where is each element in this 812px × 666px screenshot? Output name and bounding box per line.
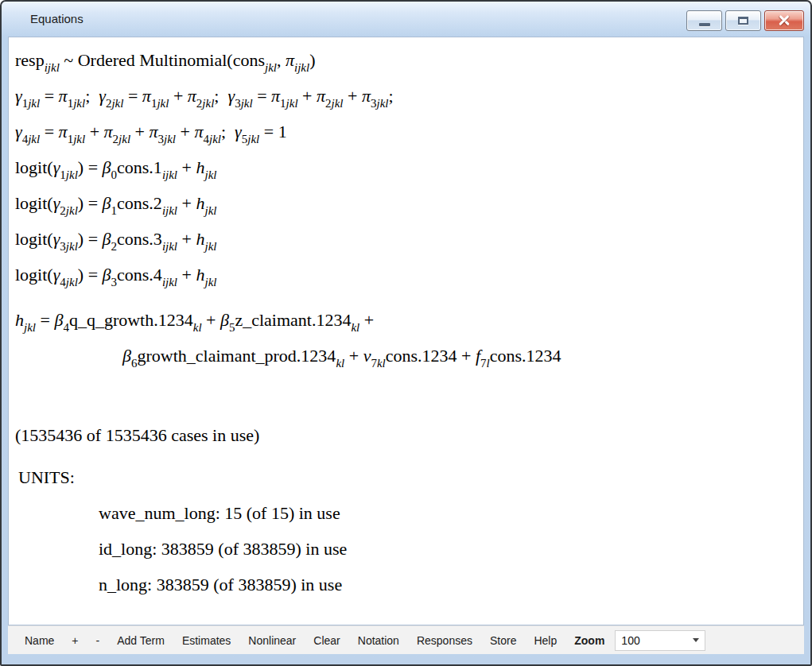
equation-token: γ [15, 122, 22, 141]
equation-token: ) [309, 50, 315, 70]
equation-token: UNITS: [18, 467, 75, 487]
equation-token: π [194, 122, 203, 141]
toolbar-button-store[interactable]: Store [481, 634, 525, 647]
equation-token: + [344, 86, 362, 106]
equation-token: 2 [60, 204, 66, 217]
equation-token: π [362, 86, 371, 106]
equation-token: jkl [28, 97, 40, 110]
equation-token: 7 [371, 357, 377, 370]
equation-token: = [36, 310, 54, 330]
window-title: Equations [30, 12, 84, 25]
equation-token: ijkl [162, 240, 177, 253]
equation-token: 1 [68, 97, 74, 110]
equation-token: cons.1 [117, 157, 162, 177]
equation-token: 1 [280, 97, 286, 110]
equation-token: = [253, 86, 271, 106]
equation-token: jkl [164, 133, 176, 145]
close-button[interactable] [764, 10, 804, 31]
equation-token: ijkl [294, 61, 309, 74]
equation-token: wave_num_long: 15 (of 15) in use [99, 503, 340, 523]
equation-token: = [123, 86, 142, 106]
toolbar-button-estimates[interactable]: Estimates [173, 634, 239, 647]
toolbar-button-nonlinear[interactable]: Nonlinear [239, 634, 305, 647]
gamma-cumulative-line-1: γ1jkl = π1jkl; γ2jkl = π1jkl + π2jkl; γ3… [15, 78, 803, 114]
equation-token: π [188, 86, 196, 106]
h-equation-continuation: β6growth_claimant_prod.1234kl + v7klcons… [15, 338, 803, 374]
toolbar-button-minus[interactable]: - [87, 634, 109, 647]
equation-token: jkl [265, 61, 277, 74]
equation-token: z_claimant.1234 [235, 310, 351, 330]
h-equation-line: hjkl = β4q_q_growth.1234kl + β5z_claiman… [15, 302, 803, 338]
equation-token: = 1 [259, 122, 286, 141]
logit-line-4: logit(γ4jkl) = β3cons.4ijkl + hjkl [15, 257, 803, 292]
equation-token: h [196, 157, 204, 177]
equation-token: cons.4 [117, 265, 162, 285]
equation-token: kl [377, 357, 386, 370]
minimize-button[interactable] [686, 10, 722, 31]
unit-id-long: id_long: 383859 (of 383859) in use [15, 531, 803, 567]
logit-line-2: logit(γ2jkl) = β1cons.2ijkl + hjkl [15, 185, 803, 221]
toolbar-button-responses[interactable]: Responses [408, 634, 481, 647]
equation-token: + [130, 122, 149, 141]
equation-token: π [104, 122, 113, 141]
equation-token: cons.2 [117, 193, 162, 213]
equation-token: h [15, 310, 24, 330]
equation-token: + [177, 229, 196, 249]
units-heading: UNITS: [15, 459, 803, 495]
equation-token: 3 [111, 276, 118, 288]
equation-token: jkl [66, 240, 78, 253]
equation-token: 4 [63, 321, 69, 334]
equation-token: logit( [15, 229, 53, 249]
equation-token: + [359, 310, 374, 330]
equation-token: cons.3 [117, 229, 162, 249]
equation-token: q_q_growth.1234 [69, 310, 193, 330]
equation-token: + [344, 346, 363, 366]
equation-token: jkl [73, 97, 85, 110]
equation-token: kl [193, 321, 202, 334]
equation-token: ijkl [162, 276, 177, 288]
equation-token: π [286, 50, 294, 70]
equation-token: π [59, 122, 68, 141]
logit-line-1: logit(γ1jkl) = β0cons.1ijkl + hjkl [15, 149, 803, 185]
equation-token: + [169, 86, 187, 106]
equation-token: (1535436 of 1535436 cases in use) [15, 425, 259, 445]
equation-token: + [177, 157, 196, 177]
equation-token: jkl [332, 97, 344, 110]
toolbar-button-plus[interactable]: + [63, 634, 87, 647]
maximize-icon [738, 17, 748, 25]
equation-token: β [103, 265, 111, 285]
equation-token: 1 [60, 168, 66, 181]
equation-token: jkl [111, 97, 123, 110]
zoom-level-select[interactable]: 100 [615, 630, 705, 651]
toolbar-button-add-term[interactable]: Add Term [108, 634, 173, 647]
equation-token: 3 [60, 240, 66, 253]
equation-token: ) = [78, 193, 103, 213]
equation-token: + [298, 86, 317, 106]
toolbar-button-notation[interactable]: Notation [349, 634, 408, 647]
equations-window: Equations respijkl ~ Ordered Multinomial… [0, 0, 812, 666]
equation-token: π [142, 86, 151, 106]
equation-token: 0 [111, 168, 118, 181]
equation-token: jkl [241, 97, 253, 110]
title-bar[interactable]: Equations [2, 2, 810, 37]
toolbar-button-zoom[interactable]: Zoom [565, 634, 613, 647]
equation-token: ; [85, 86, 99, 106]
equation-token: jkl [204, 276, 216, 288]
equation-token: 4 [203, 133, 209, 145]
equation-token: jkl [28, 133, 40, 145]
equation-token: + [177, 193, 196, 213]
equation-token: ijkl [45, 61, 60, 74]
model-response-line: respijkl ~ Ordered Multinomial(consjkl, … [15, 42, 803, 78]
equation-token: jkl [204, 168, 216, 181]
equation-token: β [103, 193, 111, 213]
maximize-button[interactable] [725, 10, 761, 31]
equation-token: β [54, 310, 63, 330]
toolbar-button-clear[interactable]: Clear [305, 634, 348, 647]
equation-token: kl [351, 321, 359, 334]
equation-token: 1 [111, 204, 118, 217]
unit-wave-num-long: wave_num_long: 15 (of 15) in use [15, 495, 803, 531]
toolbar-button-help[interactable]: Help [525, 634, 565, 647]
equation-token: h [196, 193, 204, 213]
equation-token: h [196, 265, 204, 285]
toolbar-button-name[interactable]: Name [16, 634, 63, 647]
